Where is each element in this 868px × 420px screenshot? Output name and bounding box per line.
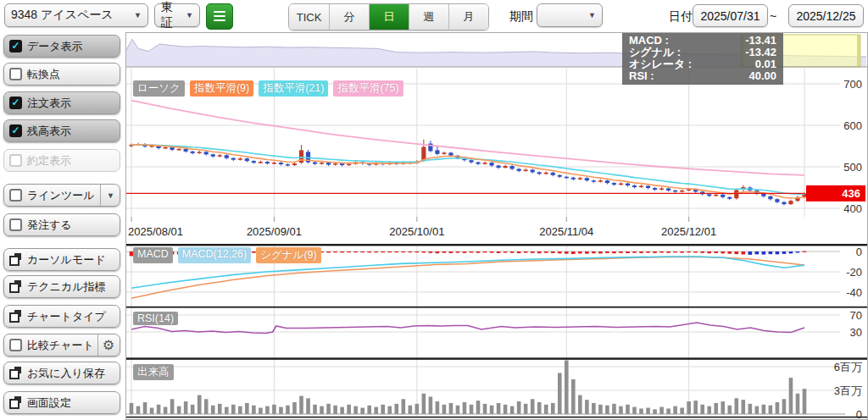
sidebar: ✓ データ表示 転換点 ✓ 注文表示 ✓ 残高表示 約定表示 ラインツール ▼ … (0, 32, 125, 420)
checkbox-unchecked-icon (9, 154, 22, 167)
sidebar-item-turning-point[interactable]: 転換点 (3, 63, 120, 86)
svg-text:700: 700 (843, 78, 862, 91)
svg-text:500: 500 (843, 161, 862, 174)
tooltip-macd-value: -13.41 (745, 35, 776, 47)
window-copy-icon (9, 253, 22, 266)
checkbox-unchecked-icon (9, 189, 22, 202)
checkbox-checked-icon: ✓ (9, 124, 22, 137)
date-from-input[interactable] (693, 4, 768, 27)
chart-area: 7006005004004362025/08/012025/09/012025/… (125, 32, 868, 420)
date-range-separator: ~ (770, 9, 776, 23)
svg-text:-40: -40 (846, 286, 862, 299)
svg-text:436: 436 (842, 187, 860, 200)
svg-text:600: 600 (843, 119, 862, 132)
sidebar-item-compare-chart[interactable]: 比較チャート ⚙ (3, 334, 120, 356)
interval-button-minute[interactable]: 分 (329, 4, 369, 30)
checkbox-checked-icon: ✓ (9, 40, 22, 52)
tooltip-oscillator-value: 0.01 (755, 58, 776, 70)
sidebar-item-technical-indicator[interactable]: テクニカル指標 (3, 275, 120, 298)
interval-button-group: TICK 分 日 週 月 (288, 3, 489, 30)
tooltip-rsi-value: 40.00 (748, 70, 776, 82)
chevron-down-icon: ▼ (181, 11, 193, 19)
stock-selector-value: 9348 アイスペース (11, 8, 114, 23)
svg-text:0: 0 (856, 246, 862, 258)
checkbox-unchecked-icon (9, 218, 22, 231)
checkbox-unchecked-icon (9, 68, 22, 80)
interval-button-tick[interactable]: TICK (289, 4, 329, 30)
window-copy-icon (9, 280, 22, 293)
sidebar-item-balance-display[interactable]: ✓ 残高表示 (3, 119, 120, 142)
sidebar-item-save-favorite[interactable]: お気に入り保存 (3, 362, 120, 384)
chevron-down-icon[interactable]: ▼ (100, 185, 114, 206)
sidebar-item-execution-display: 約定表示 (3, 149, 120, 172)
tooltip-rsi-label: RSI : (629, 70, 654, 82)
svg-text:400: 400 (843, 202, 862, 215)
period-label: 期間 (509, 9, 533, 25)
watchlist-button[interactable] (206, 3, 233, 30)
svg-text:2025/08/01: 2025/08/01 (128, 225, 183, 238)
period-selector[interactable]: ▼ (537, 3, 603, 27)
svg-text:6百万: 6百万 (834, 361, 862, 373)
interval-button-month[interactable]: 月 (448, 4, 488, 30)
tooltip-oscillator-label: オシレータ : (629, 58, 692, 70)
tooltip-signal-label: シグナル : (629, 47, 681, 58)
tooltip-macd-label: MACD : (629, 35, 669, 47)
sidebar-item-cursor-mode[interactable]: カーソルモード (3, 248, 120, 271)
date-label: 日付 (669, 9, 693, 25)
gear-icon[interactable]: ⚙ (97, 334, 114, 356)
svg-text:2025/10/01: 2025/10/01 (389, 225, 444, 238)
date-to-input[interactable] (788, 4, 864, 27)
toolbar: 9348 アイスペース ▼ 東証 ▼ TICK 分 日 週 月 期間 ▼ 日付 … (0, 0, 868, 32)
sidebar-item-chart-type[interactable]: チャートタイプ (3, 305, 120, 328)
checkbox-checked-icon: ✓ (9, 97, 22, 109)
window-copy-icon (9, 367, 22, 379)
interval-button-week[interactable]: 週 (409, 4, 448, 30)
sidebar-item-place-order[interactable]: 発注する (3, 213, 120, 236)
sidebar-item-screen-settings[interactable]: 画面設定 (3, 391, 120, 414)
sidebar-item-order-display[interactable]: ✓ 注文表示 (3, 91, 120, 114)
sidebar-item-line-tool[interactable]: ラインツール ▼ (3, 184, 120, 207)
list-icon (214, 11, 225, 13)
svg-text:-20: -20 (846, 266, 862, 279)
svg-text:3百万: 3百万 (834, 384, 862, 397)
window-copy-icon (9, 310, 22, 323)
tooltip-signal-value: -13.42 (745, 47, 776, 58)
checkbox-unchecked-icon (9, 339, 22, 351)
chevron-down-icon: ▼ (129, 11, 142, 19)
market-selector[interactable]: 東証 ▼ (154, 3, 200, 27)
chart-canvas[interactable]: 7006005004004362025/08/012025/09/012025/… (126, 33, 867, 419)
indicator-value-tooltip: MACD :-13.41 シグナル :-13.42 オシレータ :0.01 RS… (622, 33, 783, 85)
interval-button-day[interactable]: 日 (369, 4, 409, 30)
svg-text:2025/12/01: 2025/12/01 (661, 225, 716, 238)
market-selector-value: 東証 (161, 0, 181, 30)
svg-text:30: 30 (850, 326, 862, 339)
svg-text:70: 70 (850, 309, 862, 322)
sidebar-item-data-display[interactable]: ✓ データ表示 (3, 35, 120, 58)
svg-text:2025/11/04: 2025/11/04 (539, 225, 593, 238)
stock-selector[interactable]: 9348 アイスペース ▼ (4, 3, 148, 27)
chevron-down-icon: ▼ (583, 11, 596, 19)
window-copy-icon (9, 396, 22, 409)
svg-text:2025/09/01: 2025/09/01 (247, 225, 302, 238)
